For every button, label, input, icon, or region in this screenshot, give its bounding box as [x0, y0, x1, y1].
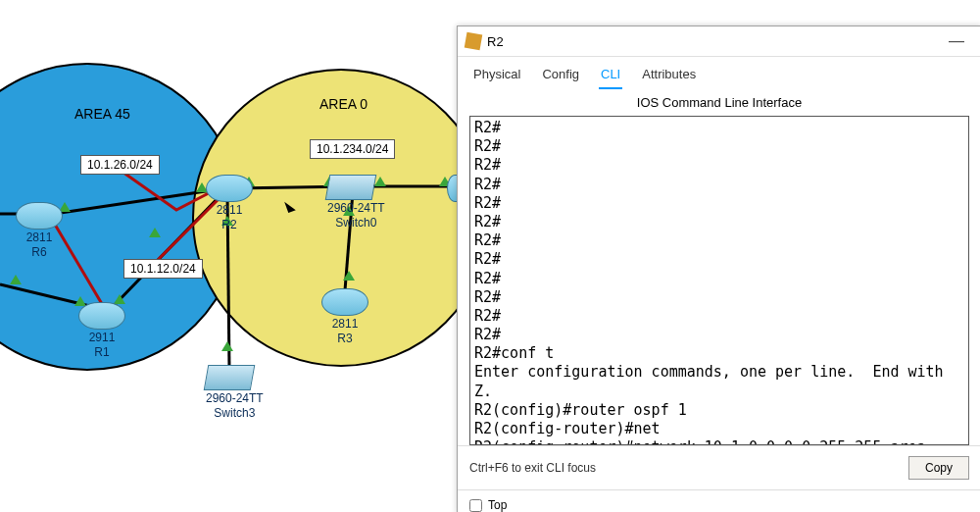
always-on-top-checkbox[interactable]: [469, 499, 482, 512]
device-r1[interactable]: 2911 R1: [78, 302, 125, 359]
port-status-icon: [10, 275, 22, 284]
device-model: 2911: [78, 332, 125, 344]
device-switch0[interactable]: 2960-24TT Switch0: [327, 175, 385, 230]
device-name: R1: [78, 346, 125, 359]
switch-icon: [325, 175, 377, 200]
device-r6[interactable]: 2811 R6: [16, 202, 63, 259]
app-icon: [465, 32, 483, 51]
minimize-button[interactable]: —: [940, 32, 973, 50]
window-footer: Top: [458, 489, 980, 512]
device-r2[interactable]: 2811 R2: [206, 175, 253, 231]
tab-config[interactable]: Config: [540, 63, 581, 89]
subnet-label-26: 10.1.26.0/24: [80, 155, 160, 175]
tab-bar: Physical Config CLI Attributes: [458, 57, 980, 89]
area0-label: AREA 0: [319, 96, 368, 112]
tab-physical[interactable]: Physical: [471, 63, 522, 89]
router-icon: [78, 302, 125, 330]
port-status-icon: [343, 271, 355, 281]
device-model: 2811: [321, 318, 368, 331]
device-name: R3: [321, 333, 368, 345]
copy-button[interactable]: Copy: [908, 456, 969, 480]
cursor-icon: [286, 200, 300, 218]
port-status-icon: [149, 228, 161, 237]
subnet-label-234: 10.1.234.0/24: [310, 139, 395, 159]
cli-header: IOS Command Line Interface: [458, 89, 980, 114]
tab-attributes[interactable]: Attributes: [640, 63, 698, 89]
window-titlebar[interactable]: R2 —: [458, 26, 980, 57]
device-name: R6: [16, 246, 63, 259]
device-model: 2811: [206, 204, 253, 217]
window-title: R2: [487, 34, 504, 49]
device-model: 2960-24TT: [206, 392, 264, 405]
cli-statusbar: Ctrl+F6 to exit CLI focus Copy: [458, 445, 980, 489]
switch-icon: [204, 365, 256, 390]
router-icon: [321, 288, 368, 316]
always-on-top-label: Top: [488, 498, 507, 512]
device-window: R2 — Physical Config CLI Attributes IOS …: [457, 26, 980, 512]
device-model: 2960-24TT: [327, 202, 385, 215]
device-name: Switch3: [206, 407, 264, 420]
device-r3[interactable]: 2811 R3: [321, 288, 368, 345]
cli-focus-hint: Ctrl+F6 to exit CLI focus: [469, 461, 596, 475]
port-status-icon: [221, 341, 233, 351]
area45-label: AREA 45: [74, 106, 130, 122]
router-icon: [206, 175, 253, 202]
router-icon: [16, 202, 63, 230]
device-model: 2811: [16, 231, 63, 244]
tab-cli[interactable]: CLI: [599, 63, 622, 89]
subnet-label-12: 10.1.12.0/24: [123, 259, 203, 279]
device-name: R2: [206, 219, 253, 231]
cli-terminal[interactable]: R2# R2# R2# R2# R2# R2# R2# R2# R2# R2# …: [469, 116, 969, 445]
device-name: Switch0: [327, 217, 385, 230]
device-switch3[interactable]: 2960-24TT Switch3: [206, 365, 264, 420]
